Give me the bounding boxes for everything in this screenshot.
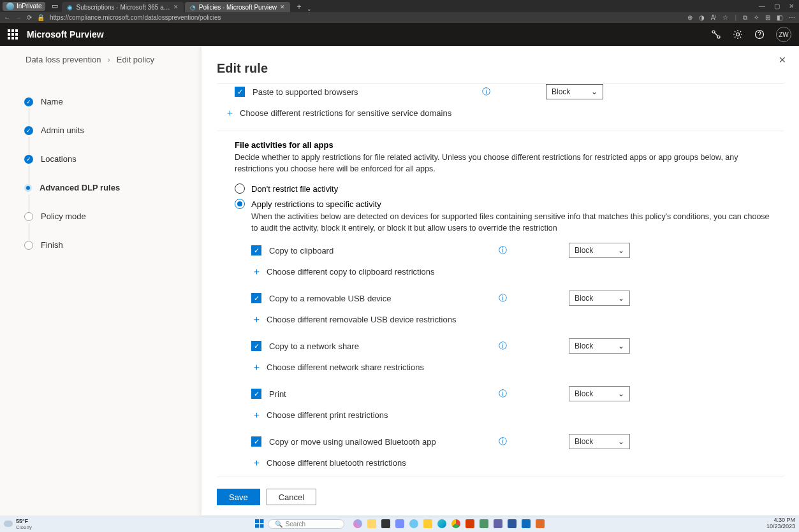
step-advanced-dlp-rules[interactable]: Advanced DLP rules bbox=[24, 183, 182, 192]
add-restriction-link[interactable]: ＋Choose different print restrictions bbox=[251, 405, 772, 430]
weather-temp: 55°F bbox=[16, 518, 32, 524]
add-restriction-link[interactable]: ＋Choose different network share restrict… bbox=[251, 357, 772, 382]
step-locations[interactable]: ✓Locations bbox=[24, 154, 182, 164]
action-dropdown[interactable]: Block⌄ bbox=[569, 338, 630, 354]
user-avatar[interactable]: ZW bbox=[776, 27, 791, 42]
tab-policies[interactable]: ◔ Policies - Microsoft Purview ✕ bbox=[185, 2, 290, 12]
search-placeholder: Search bbox=[286, 521, 306, 528]
cancel-button[interactable]: Cancel bbox=[267, 489, 316, 505]
tab-actions-icon[interactable]: ▭ bbox=[52, 2, 58, 10]
checkbox-checked-icon[interactable]: ✓ bbox=[251, 293, 261, 303]
tab-subscriptions[interactable]: ◉ Subscriptions - Microsoft 365 a… ✕ bbox=[62, 2, 183, 12]
app-icon[interactable] bbox=[465, 519, 474, 528]
chrome-icon[interactable] bbox=[451, 519, 460, 528]
step-name[interactable]: ✓Name bbox=[24, 97, 182, 106]
svg-point-0 bbox=[712, 31, 715, 33]
chevron-down-icon: ⌄ bbox=[618, 294, 624, 303]
step-finish[interactable]: Finish bbox=[24, 240, 182, 250]
close-icon[interactable]: ✕ bbox=[173, 4, 179, 10]
step-label: Finish bbox=[41, 240, 63, 250]
checkbox-checked-icon[interactable]: ✓ bbox=[251, 245, 261, 255]
minimize-icon[interactable]: — bbox=[759, 3, 765, 10]
url-text[interactable]: https://compliance.microsoft.com/datalos… bbox=[50, 14, 682, 21]
chevron-down-icon: ⌄ bbox=[618, 246, 624, 255]
taskbar-search[interactable]: 🔍 Search bbox=[268, 519, 344, 529]
save-button[interactable]: Save bbox=[217, 489, 260, 505]
collections-icon[interactable]: ⊞ bbox=[765, 14, 770, 22]
close-window-icon[interactable]: ✕ bbox=[789, 3, 794, 10]
activity-row: ✓Copy to a removable USB deviceⓘBlock⌄ bbox=[251, 287, 772, 310]
add-restriction-link[interactable]: ＋Choose different bluetooth restrictions bbox=[251, 453, 772, 477]
checkbox-checked-icon[interactable]: ✓ bbox=[251, 389, 261, 399]
breadcrumb-parent[interactable]: Data loss prevention bbox=[26, 55, 101, 64]
step-policy-mode[interactable]: Policy mode bbox=[24, 212, 182, 221]
todo-icon bbox=[24, 212, 33, 221]
app-icon[interactable] bbox=[508, 519, 517, 528]
step-admin-units[interactable]: ✓Admin units bbox=[24, 126, 182, 135]
info-icon[interactable]: ⓘ bbox=[499, 292, 511, 304]
action-dropdown[interactable]: Block⌄ bbox=[569, 243, 630, 258]
explorer-icon[interactable] bbox=[367, 519, 376, 528]
app-icon[interactable] bbox=[381, 519, 390, 528]
taskbar-clock[interactable]: 4:30 PM 10/23/2023 bbox=[766, 517, 795, 530]
new-tab-button[interactable]: ＋ bbox=[295, 1, 303, 12]
lock-icon[interactable]: 🔒 bbox=[37, 14, 45, 21]
plus-icon: ＋ bbox=[224, 107, 235, 119]
app-icon[interactable] bbox=[409, 519, 418, 528]
info-icon[interactable]: ⓘ bbox=[482, 86, 495, 97]
favorite-icon[interactable]: ☆ bbox=[722, 14, 728, 22]
app-launcher-icon[interactable] bbox=[8, 29, 18, 40]
refresh-icon[interactable]: ⟳ bbox=[27, 14, 32, 21]
extensions-icon[interactable]: ◧ bbox=[777, 14, 782, 22]
close-panel-icon[interactable]: ✕ bbox=[779, 55, 786, 65]
edge-icon[interactable] bbox=[437, 519, 446, 528]
dropdown-value: Block bbox=[552, 87, 570, 96]
connector-icon[interactable] bbox=[711, 29, 721, 40]
back-icon[interactable]: ← bbox=[4, 14, 10, 21]
app-icon[interactable] bbox=[395, 519, 404, 528]
radio-dont-restrict[interactable]: Don't restrict file activity bbox=[235, 181, 772, 196]
more-icon[interactable]: ⋯ bbox=[789, 14, 795, 22]
checkbox-checked-icon[interactable]: ✓ bbox=[251, 341, 261, 351]
copilot-icon[interactable] bbox=[353, 519, 362, 528]
split-icon[interactable]: ⧉ bbox=[743, 14, 747, 22]
edit-rule-panel: Edit rule ✓ Paste to supported browsers … bbox=[202, 46, 799, 515]
window-controls: — ▢ ✕ bbox=[759, 3, 799, 10]
add-restriction-link[interactable]: ＋Choose different removable USB device r… bbox=[251, 310, 772, 334]
read-aloud-icon[interactable]: A⁾ bbox=[711, 14, 717, 22]
radio-apply-restrictions[interactable]: Apply restrictions to specific activity bbox=[235, 196, 772, 212]
maximize-icon[interactable]: ▢ bbox=[774, 3, 780, 10]
teams-icon[interactable] bbox=[494, 519, 502, 528]
gear-icon[interactable] bbox=[733, 29, 743, 40]
rule-scroll-area[interactable]: ✓ Paste to supported browsers ⓘ Block ⌄ … bbox=[217, 83, 784, 477]
zoom-icon[interactable]: ⊕ bbox=[687, 14, 693, 22]
info-icon[interactable]: ⓘ bbox=[499, 245, 511, 256]
app-icon[interactable] bbox=[480, 519, 488, 528]
svg-rect-4 bbox=[255, 519, 259, 523]
action-dropdown[interactable]: Block ⌄ bbox=[546, 84, 603, 99]
help-icon[interactable] bbox=[754, 29, 765, 40]
close-icon[interactable]: ✕ bbox=[280, 4, 285, 10]
info-icon[interactable]: ⓘ bbox=[499, 436, 511, 447]
app-icon[interactable] bbox=[423, 519, 432, 528]
action-dropdown[interactable]: Block⌄ bbox=[569, 291, 630, 306]
taskbar-weather[interactable]: 55°F Cloudy bbox=[4, 518, 32, 530]
dropdown-value: Block bbox=[575, 437, 593, 446]
checkbox-checked-icon[interactable]: ✓ bbox=[251, 436, 261, 447]
tracking-icon[interactable]: ◑ bbox=[699, 14, 705, 22]
activity-label: Copy to clipboard bbox=[269, 246, 499, 255]
outlook-icon[interactable] bbox=[522, 519, 531, 528]
action-dropdown[interactable]: Block⌄ bbox=[569, 434, 630, 449]
add-service-domain-restrictions[interactable]: ＋ Choose different restrictions for sens… bbox=[224, 103, 772, 128]
tab-chevron-icon[interactable]: ⌄ bbox=[307, 6, 312, 12]
start-icon[interactable] bbox=[255, 519, 264, 528]
add-link-label: Choose different network share restricti… bbox=[267, 363, 424, 372]
action-dropdown[interactable]: Block⌄ bbox=[569, 386, 630, 401]
checkbox-checked-icon[interactable]: ✓ bbox=[235, 87, 245, 97]
add-restriction-link[interactable]: ＋Choose different copy to clipboard rest… bbox=[251, 262, 772, 287]
info-icon[interactable]: ⓘ bbox=[499, 340, 511, 352]
tab-label: Policies - Microsoft Purview bbox=[199, 4, 277, 11]
info-icon[interactable]: ⓘ bbox=[499, 388, 511, 399]
app-icon[interactable] bbox=[536, 519, 545, 528]
favorites-bar-icon[interactable]: ✧ bbox=[754, 14, 759, 22]
